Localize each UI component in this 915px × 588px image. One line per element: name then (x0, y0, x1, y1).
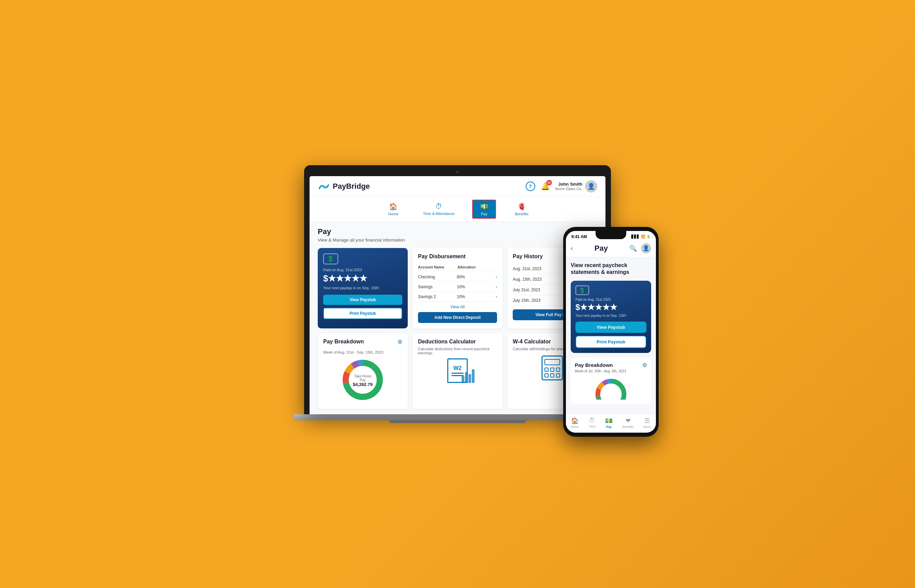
view-paystub-button[interactable]: View Paystub (323, 295, 402, 305)
phone-screen: 9:41 AM ▋▋▋ 📶 🔋 ‹ Pay 🔍 👤 (566, 231, 656, 433)
settings-icon[interactable]: ⚙ (397, 339, 402, 345)
svg-rect-6 (545, 359, 560, 365)
home-icon: 🏠 (389, 202, 397, 210)
phone-nav-home-label: Home (571, 425, 579, 428)
take-home-label: Take Home Pay (352, 374, 374, 381)
phone-nav-time-label: Time (589, 425, 596, 428)
svg-rect-7 (545, 368, 548, 372)
disbursement-row-checking[interactable]: Checking 80% › (418, 272, 497, 282)
disbursement-row-savings2[interactable]: Savings 2 10% › (418, 292, 497, 302)
top-cards-grid: 💲 Paid on Aug. 31st 2023 $★★★★★ Your nex… (318, 248, 597, 328)
deductions-illustration: W2 (418, 359, 497, 383)
paybridge-logo-icon (318, 182, 330, 191)
add-direct-deposit-button[interactable]: Add New Direct Deposit (418, 312, 497, 323)
phone-time-icon: ⏱ (589, 417, 595, 424)
phone-pay-date: Paid on Aug. 31st 2023 (575, 298, 646, 302)
phone-device: 9:41 AM ▋▋▋ 📶 🔋 ‹ Pay 🔍 👤 (563, 227, 659, 437)
phone-benefits-icon: ❤ (625, 417, 631, 425)
nav-item-home[interactable]: 🏠 Home (382, 200, 405, 218)
phone-nav-menu-label: Menu (643, 425, 651, 428)
signal-icon: ▋▋▋ (632, 235, 640, 239)
phone-page-title: Pay (594, 244, 608, 253)
w2-label: W2 (453, 365, 462, 372)
phone-search-icon[interactable]: 🔍 (629, 245, 637, 252)
bar-chart-mini (462, 369, 475, 383)
account-savings2: Savings 2 (418, 294, 457, 299)
phone-nav-menu[interactable]: ☰ Menu (643, 417, 651, 428)
phone-pay-icon: 💵 (605, 417, 613, 425)
phone-bezel: 9:41 AM ▋▋▋ 📶 🔋 ‹ Pay 🔍 👤 (563, 227, 659, 437)
pay-disbursement-card: Pay Disbursement Account Name Allocation… (413, 248, 502, 328)
phone-bottom-nav: 🏠 Home ⏱ Time 💵 Pay ❤ (566, 414, 656, 433)
logo-text: PayBridge (333, 182, 370, 191)
phone-menu-icon: ☰ (644, 417, 650, 425)
bar-4 (472, 369, 475, 383)
svg-rect-12 (556, 374, 560, 377)
phone-settings-icon[interactable]: ⚙ (642, 362, 647, 368)
nav-item-benefits[interactable]: 🫀 Benefits (510, 200, 533, 218)
print-paystub-button[interactable]: Print Paystub (323, 308, 402, 319)
phone-pay-next: Your next payday is on Sep. 15th! (575, 314, 646, 318)
phone-nav-home[interactable]: 🏠 Home (571, 417, 579, 428)
phone-donut-svg (594, 376, 628, 400)
disbursement-row-savings[interactable]: Savings 10% › (418, 282, 497, 292)
phone-breakdown-header: Pay Breakdown ⚙ (575, 362, 647, 368)
phone-print-paystub-button[interactable]: Print Paystub (575, 336, 646, 348)
page-subtitle: View & Manage all your financial informa… (318, 237, 597, 242)
phone-view-paystub-button[interactable]: View Paystub (575, 321, 646, 333)
page-title: Pay (318, 227, 597, 236)
phone-breakdown-card: Pay Breakdown ⚙ Week of Jul. 30th - Aug.… (571, 358, 651, 404)
pay-card-next: Your next payday is on Sep. 15th! (323, 286, 402, 290)
wifi-icon: 📶 (641, 235, 645, 239)
phone-nav-pay[interactable]: 💵 Pay (605, 417, 613, 428)
user-avatar[interactable]: 👤 (585, 180, 597, 192)
pay-disbursement-title: Pay Disbursement (418, 254, 497, 260)
benefits-icon: 🫀 (518, 202, 526, 210)
phone-breakdown-week: Week of Jul. 30th - Aug. 5th, 2023 (575, 369, 647, 373)
back-button[interactable]: ‹ (571, 244, 573, 252)
chevron-savings[interactable]: › (496, 284, 497, 289)
notification-bell[interactable]: 🔔 15 (541, 182, 550, 191)
pay-breakdown-card: Pay Breakdown ⚙ Week of Aug. 31st - Sep.… (318, 333, 408, 409)
nav-item-time[interactable]: ⏱ Time & Attendance (419, 200, 459, 218)
phone-header-icons: 🔍 👤 (629, 243, 651, 254)
time-icon: ⏱ (435, 202, 442, 210)
bottom-cards-grid: Pay Breakdown ⚙ Week of Aug. 31st - Sep.… (318, 333, 597, 409)
phone-pay-card-icon: 💲 (575, 286, 589, 295)
laptop-screen: PayBridge ? 🔔 15 John Smith Acme Glass C… (309, 176, 606, 414)
status-icons: ▋▋▋ 📶 🔋 (632, 235, 651, 239)
chevron-savings2[interactable]: › (496, 294, 497, 299)
bar-3 (468, 374, 471, 383)
chevron-checking[interactable]: › (496, 275, 497, 279)
phone-avatar[interactable]: 👤 (641, 243, 651, 254)
phone-nav-benefits[interactable]: ❤ Benefits (622, 417, 634, 428)
phone-time: 9:41 AM (572, 234, 587, 239)
deductions-title: Deductions Calculator (418, 339, 497, 345)
svg-rect-10 (545, 374, 548, 377)
laptop-camera (456, 171, 459, 173)
help-icon[interactable]: ? (526, 182, 535, 191)
bar-2 (465, 372, 468, 383)
app-header: PayBridge ? 🔔 15 John Smith Acme Glass C… (309, 176, 606, 197)
main-content: Pay View & Manage all your financial inf… (309, 222, 606, 414)
pay-breakdown-title: Pay Breakdown (323, 339, 364, 345)
laptop-foot (389, 420, 526, 423)
bar-1 (462, 376, 464, 383)
user-company: Acme Glass Co. (555, 187, 582, 191)
user-area[interactable]: John Smith Acme Glass Co. 👤 (555, 180, 597, 192)
account-savings: Savings (418, 284, 457, 289)
nav-label-pay: Pay (481, 212, 487, 216)
nav-item-pay[interactable]: 💵 Pay (472, 200, 496, 219)
battery-icon: 🔋 (646, 235, 651, 239)
view-all-link[interactable]: View All (418, 305, 497, 309)
pay-card-date: Paid on Aug. 31st 2023 (323, 268, 402, 272)
phone-pay-card: 💲 Paid on Aug. 31st 2023 $★★★★★ Your nex… (571, 281, 651, 353)
nav-label-benefits: Benefits (515, 212, 528, 216)
pay-card-icon: 💲 (323, 254, 338, 264)
svg-rect-11 (551, 374, 554, 377)
phone-nav-benefits-label: Benefits (622, 425, 634, 428)
phone-nav-pay-label: Pay (606, 425, 612, 428)
phone-donut-chart (575, 376, 647, 400)
phone-nav-time[interactable]: ⏱ Time (589, 417, 596, 428)
phone-breakdown-title: Pay Breakdown (575, 362, 613, 368)
